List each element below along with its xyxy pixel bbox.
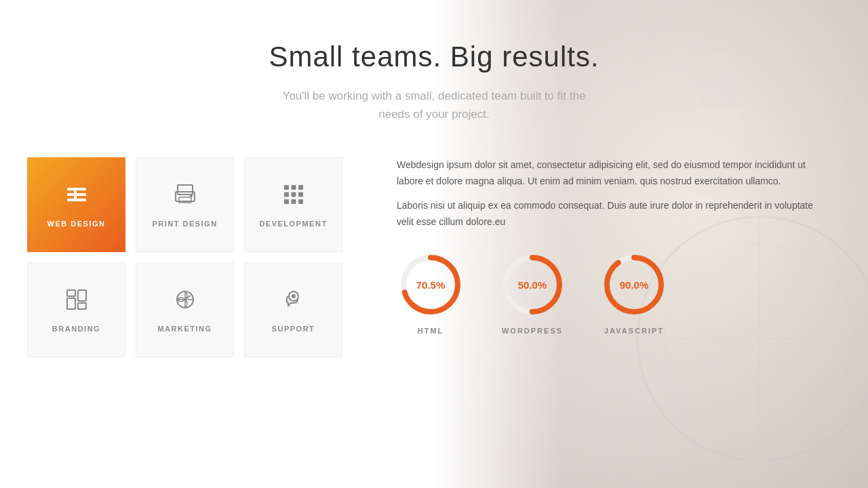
header-section: Small teams. Big results. You'll be work… — [0, 0, 868, 150]
svg-point-16 — [190, 195, 193, 197]
development-icon — [281, 182, 306, 211]
branding-icon — [64, 287, 89, 317]
donut-javascript-label: 90.0% — [620, 279, 649, 290]
svg-rect-24 — [291, 199, 296, 204]
service-label-support: SUPPORT — [272, 325, 315, 333]
svg-rect-20 — [284, 192, 289, 197]
chart-wordpress: 50.0% WORDPRESS — [498, 251, 566, 335]
svg-rect-13 — [178, 185, 193, 195]
service-card-branding[interactable]: BRANDING — [27, 262, 125, 357]
svg-rect-23 — [284, 199, 289, 204]
svg-rect-22 — [298, 192, 303, 197]
service-label-web-design: WEB DESIGN — [47, 220, 106, 228]
svg-rect-12 — [74, 188, 77, 201]
svg-point-34 — [292, 294, 296, 298]
svg-rect-18 — [291, 185, 296, 190]
chart-html: 70.5% HTML — [397, 251, 465, 335]
service-card-marketing[interactable]: MARKETING — [136, 262, 234, 357]
svg-rect-21 — [291, 192, 296, 197]
subtitle-line1: You'll be working with a small, dedicate… — [283, 89, 586, 102]
svg-rect-17 — [284, 185, 289, 190]
donut-wordpress-label: 50.0% — [518, 279, 547, 290]
description-para1: Webdesign ipsum dolor sit amet, consecte… — [397, 157, 827, 190]
svg-rect-27 — [67, 298, 75, 309]
donut-wordpress: 50.0% — [498, 251, 566, 319]
chart-html-name: HTML — [418, 327, 444, 335]
donut-html: 70.5% — [397, 251, 465, 319]
bottom-section: WEB DESIGN PRINT DESIGN — [0, 150, 868, 488]
service-card-development[interactable]: DEVELOPMENT — [244, 157, 342, 252]
service-card-web-design[interactable]: WEB DESIGN — [27, 157, 125, 252]
right-content: Webdesign ipsum dolor sit amet, consecte… — [356, 150, 841, 474]
svg-rect-19 — [298, 185, 303, 190]
subtitle-line2: needs of your project. — [378, 108, 489, 121]
main-title: Small teams. Big results. — [14, 41, 854, 73]
service-card-support[interactable]: SUPPORT — [244, 262, 342, 357]
service-label-branding: BRANDING — [52, 325, 100, 333]
description-text: Webdesign ipsum dolor sit amet, consecte… — [397, 157, 827, 230]
web-design-icon — [64, 182, 89, 211]
donut-javascript: 90.0% — [600, 251, 668, 319]
charts-row: 70.5% HTML 50.0% WORDPRESS — [397, 251, 827, 335]
support-icon — [281, 287, 306, 317]
description-para2: Laboris nisi ut aliquip ex ea commodo co… — [397, 198, 827, 230]
service-label-marketing: MARKETING — [157, 325, 212, 333]
chart-javascript-name: JAVASCRIPT — [604, 327, 664, 335]
svg-rect-28 — [78, 290, 86, 301]
service-label-development: DEVELOPMENT — [259, 220, 327, 228]
svg-rect-29 — [78, 303, 86, 309]
svg-rect-26 — [67, 290, 75, 296]
print-design-icon — [173, 182, 197, 211]
svg-rect-25 — [298, 199, 303, 204]
marketing-icon — [173, 287, 197, 317]
chart-javascript: 90.0% JAVASCRIPT — [600, 251, 668, 335]
donut-html-label: 70.5% — [416, 279, 446, 290]
subtitle: You'll be working with a small, dedicate… — [14, 87, 854, 123]
service-label-print-design: PRINT DESIGN — [152, 220, 217, 228]
service-card-print-design[interactable]: PRINT DESIGN — [136, 157, 234, 252]
chart-wordpress-name: WORDPRESS — [502, 327, 563, 335]
services-grid: WEB DESIGN PRINT DESIGN — [27, 157, 342, 357]
